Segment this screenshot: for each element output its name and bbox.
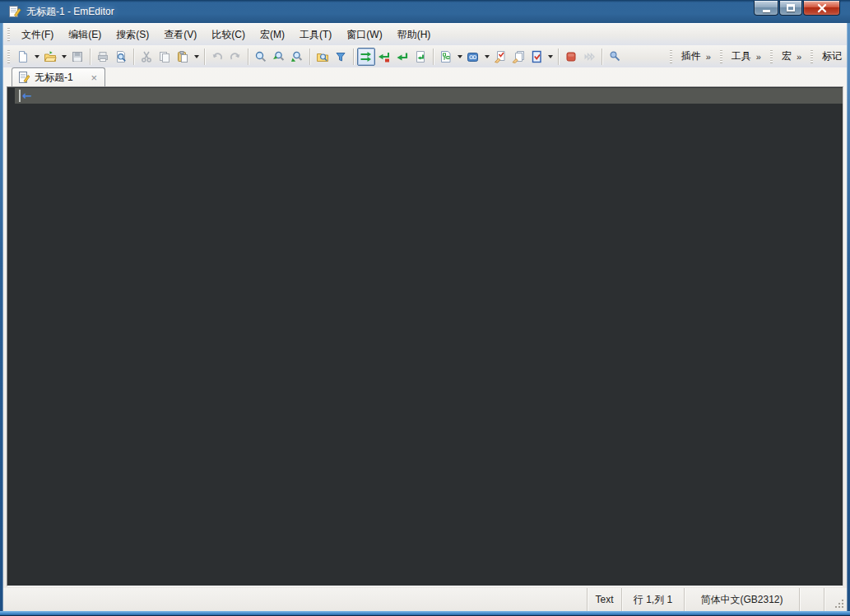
open-folder-icon bbox=[44, 50, 57, 63]
open-file-button[interactable] bbox=[41, 48, 59, 66]
plugins-toolbar-button[interactable]: 插件 bbox=[676, 47, 706, 66]
marks-grip-handle[interactable] bbox=[810, 50, 814, 63]
find-button[interactable] bbox=[252, 48, 270, 66]
maximize-button[interactable] bbox=[779, 1, 802, 16]
status-message bbox=[3, 588, 587, 611]
undo-button[interactable] bbox=[208, 48, 226, 66]
cut-icon bbox=[140, 50, 153, 63]
plugins-grip-handle[interactable] bbox=[669, 50, 673, 63]
copy-icon bbox=[158, 50, 171, 63]
menu-compare[interactable]: 比较(C) bbox=[204, 25, 253, 45]
new-document-button[interactable] bbox=[14, 48, 32, 66]
marks-toolbar-button[interactable]: 标记 bbox=[817, 47, 847, 66]
run-macro-button[interactable] bbox=[580, 48, 598, 66]
text-editor-area[interactable]: ← bbox=[7, 86, 843, 586]
paste-button[interactable] bbox=[174, 48, 192, 66]
toolbar-grip-handle[interactable] bbox=[7, 50, 11, 63]
print-preview-icon bbox=[114, 50, 128, 63]
run-macro-icon bbox=[583, 50, 596, 63]
find-next-button[interactable] bbox=[288, 48, 306, 66]
document-icon bbox=[17, 71, 30, 84]
wrap-by-page-button[interactable] bbox=[411, 48, 430, 66]
menubar-grip-handle[interactable] bbox=[7, 28, 11, 41]
menu-view[interactable]: 查看(V) bbox=[156, 25, 204, 45]
chevron-down-icon bbox=[35, 55, 39, 58]
overflow-chevron-icon[interactable]: » bbox=[797, 52, 806, 62]
save-icon bbox=[71, 50, 84, 63]
chevron-down-icon bbox=[485, 55, 490, 58]
filter-button[interactable] bbox=[332, 48, 350, 66]
window-border-right bbox=[847, 23, 850, 616]
wrap-by-window-icon bbox=[396, 50, 409, 63]
toolbar-separator bbox=[204, 49, 205, 65]
menu-edit[interactable]: 编辑(E) bbox=[61, 25, 109, 45]
encoding-button[interactable] bbox=[464, 48, 482, 66]
paste-icon bbox=[176, 50, 189, 63]
chevron-down-icon bbox=[458, 55, 462, 58]
pin-button[interactable] bbox=[606, 48, 624, 66]
encoding-dropdown[interactable] bbox=[482, 48, 491, 66]
redo-icon bbox=[229, 50, 242, 63]
emeditor-window: 无标题-1 - EmEditor 文件(F) 编辑(E) 搜索(S) 查看(V)… bbox=[0, 0, 850, 616]
macros-toolbar-button[interactable]: 宏 bbox=[777, 47, 797, 66]
close-button[interactable] bbox=[803, 1, 840, 16]
menu-file[interactable]: 文件(F) bbox=[14, 25, 61, 45]
toolbar: 插件 » 工具 » 宏 » 标记 bbox=[3, 45, 847, 67]
tab-close-icon[interactable]: × bbox=[88, 72, 100, 83]
menu-help[interactable]: 帮助(H) bbox=[390, 25, 439, 45]
paste-dropdown[interactable] bbox=[192, 48, 201, 66]
menubar: 文件(F) 编辑(E) 搜索(S) 查看(V) 比较(C) 宏(M) 工具(T)… bbox=[3, 24, 847, 45]
menu-search[interactable]: 搜索(S) bbox=[109, 25, 156, 45]
menu-macro[interactable]: 宏(M) bbox=[253, 25, 292, 45]
wrap-by-page-icon bbox=[414, 50, 427, 63]
search-next-icon bbox=[290, 50, 304, 63]
minimize-button[interactable] bbox=[754, 1, 778, 16]
menu-tools[interactable]: 工具(T) bbox=[292, 25, 339, 45]
tools-grip-handle[interactable] bbox=[719, 50, 723, 63]
no-wrap-icon bbox=[360, 50, 373, 63]
menu-window[interactable]: 窗口(W) bbox=[339, 25, 389, 45]
macro-list-button[interactable] bbox=[527, 48, 546, 66]
wrap-by-character-icon bbox=[378, 50, 391, 63]
macros-grip-handle[interactable] bbox=[769, 50, 773, 63]
toolbar-separator bbox=[309, 49, 310, 65]
tab-untitled-1[interactable]: 无标题-1 × bbox=[12, 67, 105, 86]
outline-button[interactable] bbox=[437, 48, 455, 66]
resize-grip[interactable] bbox=[834, 599, 845, 609]
record-macro-button[interactable] bbox=[491, 48, 509, 66]
cut-button[interactable] bbox=[137, 48, 156, 66]
status-cursor-position[interactable]: 行 1,列 1 bbox=[621, 588, 684, 611]
print-preview-button[interactable] bbox=[112, 48, 130, 66]
new-document-dropdown[interactable] bbox=[32, 48, 41, 66]
chevron-down-icon bbox=[548, 55, 553, 58]
overflow-chevron-icon[interactable]: » bbox=[756, 52, 766, 62]
macro-list-dropdown[interactable] bbox=[546, 48, 555, 66]
encoding-icon bbox=[467, 50, 480, 63]
find-previous-button[interactable] bbox=[270, 48, 288, 66]
status-encoding[interactable]: 简体中文(GB2312) bbox=[684, 588, 799, 611]
no-wrap-button[interactable] bbox=[357, 48, 375, 66]
print-button[interactable] bbox=[94, 48, 112, 66]
find-in-files-button[interactable] bbox=[314, 48, 332, 66]
record-macro-icon bbox=[494, 50, 507, 63]
tools-toolbar-button[interactable]: 工具 bbox=[727, 47, 756, 66]
overflow-chevron-icon[interactable]: » bbox=[706, 52, 716, 62]
wrap-by-window-button[interactable] bbox=[393, 48, 411, 66]
open-file-dropdown[interactable] bbox=[59, 48, 68, 66]
redo-button[interactable] bbox=[226, 48, 244, 66]
stop-record-button[interactable] bbox=[562, 48, 580, 66]
status-document-type[interactable]: Text bbox=[587, 588, 621, 611]
outline-dropdown[interactable] bbox=[455, 48, 464, 66]
search-previous-icon bbox=[272, 50, 286, 63]
undo-icon bbox=[211, 50, 224, 63]
play-macro-button[interactable] bbox=[509, 48, 527, 66]
save-button[interactable] bbox=[68, 48, 86, 66]
pushpin-icon bbox=[608, 50, 621, 63]
close-icon bbox=[817, 3, 827, 13]
stop-record-icon bbox=[564, 50, 578, 63]
copy-button[interactable] bbox=[156, 48, 174, 66]
print-icon bbox=[96, 50, 109, 63]
play-macro-icon bbox=[512, 50, 525, 63]
toolbar-group-macros: 宏 » bbox=[766, 47, 806, 66]
wrap-by-character-button[interactable] bbox=[375, 48, 393, 66]
